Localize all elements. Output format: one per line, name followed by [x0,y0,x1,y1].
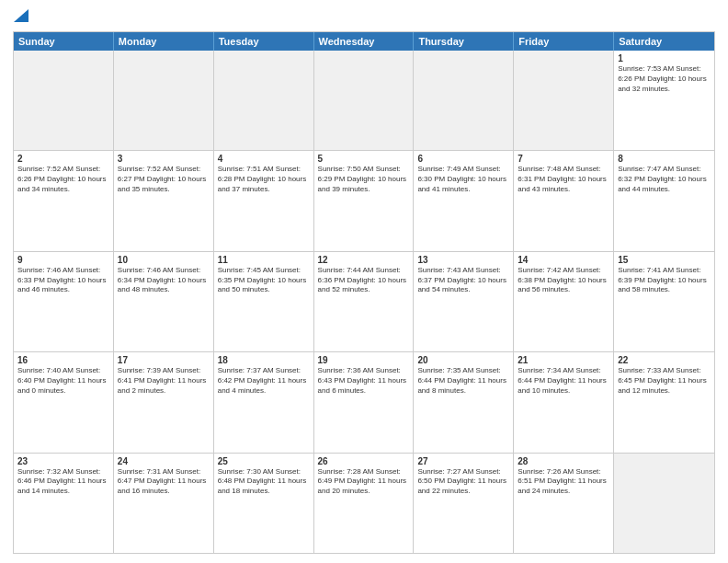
day-number: 25 [218,456,310,466]
cell-text: Sunrise: 7:45 AM Sunset: 6:35 PM Dayligh… [218,266,310,295]
cell-text: Sunrise: 7:41 AM Sunset: 6:39 PM Dayligh… [618,266,711,295]
cell-text: Sunrise: 7:30 AM Sunset: 6:48 PM Dayligh… [218,467,310,497]
cell-text: Sunrise: 7:43 AM Sunset: 6:37 PM Dayligh… [417,266,509,295]
calendar-cell [14,51,114,150]
day-number: 6 [417,154,509,164]
day-header: Thursday [414,32,514,51]
calendar-cell: 4Sunrise: 7:51 AM Sunset: 6:28 PM Daylig… [214,151,314,250]
day-number: 17 [118,355,210,365]
cell-text: Sunrise: 7:31 AM Sunset: 6:47 PM Dayligh… [118,467,210,497]
calendar-cell [314,51,415,150]
calendar-cell: 18Sunrise: 7:37 AM Sunset: 6:42 PM Dayli… [214,352,314,452]
cell-text: Sunrise: 7:46 AM Sunset: 6:33 PM Dayligh… [17,266,109,295]
calendar-cell: 28Sunrise: 7:26 AM Sunset: 6:51 PM Dayli… [514,454,614,553]
day-number: 2 [17,154,109,164]
calendar-cell: 9Sunrise: 7:46 AM Sunset: 6:33 PM Daylig… [14,252,114,351]
calendar-cell: 12Sunrise: 7:44 AM Sunset: 6:36 PM Dayli… [314,252,415,351]
cell-text: Sunrise: 7:26 AM Sunset: 6:51 PM Dayligh… [518,467,609,497]
cell-text: Sunrise: 7:49 AM Sunset: 6:30 PM Dayligh… [417,165,509,194]
week-row: 16Sunrise: 7:40 AM Sunset: 6:40 PM Dayli… [14,352,714,453]
cell-text: Sunrise: 7:53 AM Sunset: 6:26 PM Dayligh… [618,64,711,94]
calendar-cell [214,51,314,150]
calendar: SundayMondayTuesdayWednesdayThursdayFrid… [13,31,715,554]
calendar-cell: 5Sunrise: 7:50 AM Sunset: 6:29 PM Daylig… [314,151,415,250]
calendar-cell: 26Sunrise: 7:28 AM Sunset: 6:49 PM Dayli… [314,454,415,553]
calendar-cell: 20Sunrise: 7:35 AM Sunset: 6:44 PM Dayli… [414,352,514,452]
cell-text: Sunrise: 7:48 AM Sunset: 6:31 PM Dayligh… [518,165,609,194]
cell-text: Sunrise: 7:52 AM Sunset: 6:26 PM Dayligh… [17,165,109,194]
calendar-cell: 24Sunrise: 7:31 AM Sunset: 6:47 PM Dayli… [114,454,214,553]
day-number: 16 [17,355,109,365]
day-header: Saturday [614,32,714,51]
calendar-cell: 21Sunrise: 7:34 AM Sunset: 6:44 PM Dayli… [514,352,614,452]
calendar-cell: 6Sunrise: 7:49 AM Sunset: 6:30 PM Daylig… [414,151,514,250]
cell-text: Sunrise: 7:42 AM Sunset: 6:38 PM Dayligh… [518,266,609,295]
day-header: Wednesday [314,32,415,51]
day-header: Monday [114,32,214,51]
calendar-cell [414,51,514,150]
day-headers: SundayMondayTuesdayWednesdayThursdayFrid… [14,32,714,51]
calendar-cell [514,51,614,150]
calendar-cell: 14Sunrise: 7:42 AM Sunset: 6:38 PM Dayli… [514,252,614,351]
cell-text: Sunrise: 7:34 AM Sunset: 6:44 PM Dayligh… [518,366,609,396]
calendar-cell: 10Sunrise: 7:46 AM Sunset: 6:34 PM Dayli… [114,252,214,351]
cell-text: Sunrise: 7:40 AM Sunset: 6:40 PM Dayligh… [17,366,109,396]
week-row: 23Sunrise: 7:32 AM Sunset: 6:46 PM Dayli… [14,454,714,553]
cell-text: Sunrise: 7:44 AM Sunset: 6:36 PM Dayligh… [318,266,410,295]
cell-text: Sunrise: 7:35 AM Sunset: 6:44 PM Dayligh… [417,366,509,396]
day-number: 5 [318,154,410,164]
day-number: 18 [218,355,310,365]
cell-text: Sunrise: 7:37 AM Sunset: 6:42 PM Dayligh… [218,366,310,396]
day-number: 10 [118,255,210,265]
calendar-cell: 11Sunrise: 7:45 AM Sunset: 6:35 PM Dayli… [214,252,314,351]
day-number: 22 [618,355,711,365]
day-number: 27 [417,456,509,466]
cell-text: Sunrise: 7:46 AM Sunset: 6:34 PM Dayligh… [118,266,210,295]
cell-text: Sunrise: 7:36 AM Sunset: 6:43 PM Dayligh… [318,366,410,396]
calendar-cell: 13Sunrise: 7:43 AM Sunset: 6:37 PM Dayli… [414,252,514,351]
calendar-cell: 16Sunrise: 7:40 AM Sunset: 6:40 PM Dayli… [14,352,114,452]
day-number: 11 [218,255,310,265]
day-number: 13 [417,255,509,265]
day-header: Friday [514,32,614,51]
calendar-cell: 22Sunrise: 7:33 AM Sunset: 6:45 PM Dayli… [614,352,714,452]
calendar-cell: 15Sunrise: 7:41 AM Sunset: 6:39 PM Dayli… [614,252,714,351]
calendar-cell: 3Sunrise: 7:52 AM Sunset: 6:27 PM Daylig… [114,151,214,250]
day-number: 3 [118,154,210,164]
weeks: 1Sunrise: 7:53 AM Sunset: 6:26 PM Daylig… [14,51,714,553]
cell-text: Sunrise: 7:33 AM Sunset: 6:45 PM Dayligh… [618,366,711,396]
day-number: 28 [518,456,609,466]
cell-text: Sunrise: 7:50 AM Sunset: 6:29 PM Dayligh… [318,165,410,194]
day-number: 1 [618,53,711,63]
day-number: 15 [618,255,711,265]
page: SundayMondayTuesdayWednesdayThursdayFrid… [0,0,728,563]
calendar-cell: 23Sunrise: 7:32 AM Sunset: 6:46 PM Dayli… [14,454,114,553]
week-row: 1Sunrise: 7:53 AM Sunset: 6:26 PM Daylig… [14,51,714,151]
day-number: 4 [218,154,310,164]
calendar-cell [614,454,714,553]
calendar-cell: 1Sunrise: 7:53 AM Sunset: 6:26 PM Daylig… [614,51,714,150]
header [13,9,715,26]
calendar-cell: 8Sunrise: 7:47 AM Sunset: 6:32 PM Daylig… [614,151,714,250]
day-header: Tuesday [214,32,314,51]
day-number: 23 [17,456,109,466]
svg-marker-0 [14,9,28,22]
day-number: 7 [518,154,609,164]
day-number: 20 [417,355,509,365]
logo-icon [14,9,28,22]
day-number: 8 [618,154,711,164]
day-header: Sunday [14,32,114,51]
cell-text: Sunrise: 7:28 AM Sunset: 6:49 PM Dayligh… [318,467,410,497]
cell-text: Sunrise: 7:51 AM Sunset: 6:28 PM Dayligh… [218,165,310,194]
logo [13,9,28,26]
day-number: 21 [518,355,609,365]
week-row: 2Sunrise: 7:52 AM Sunset: 6:26 PM Daylig… [14,151,714,251]
day-number: 26 [318,456,410,466]
calendar-cell: 7Sunrise: 7:48 AM Sunset: 6:31 PM Daylig… [514,151,614,250]
calendar-cell: 2Sunrise: 7:52 AM Sunset: 6:26 PM Daylig… [14,151,114,250]
cell-text: Sunrise: 7:47 AM Sunset: 6:32 PM Dayligh… [618,165,711,194]
cell-text: Sunrise: 7:27 AM Sunset: 6:50 PM Dayligh… [417,467,509,497]
calendar-cell: 17Sunrise: 7:39 AM Sunset: 6:41 PM Dayli… [114,352,214,452]
day-number: 12 [318,255,410,265]
day-number: 24 [118,456,210,466]
